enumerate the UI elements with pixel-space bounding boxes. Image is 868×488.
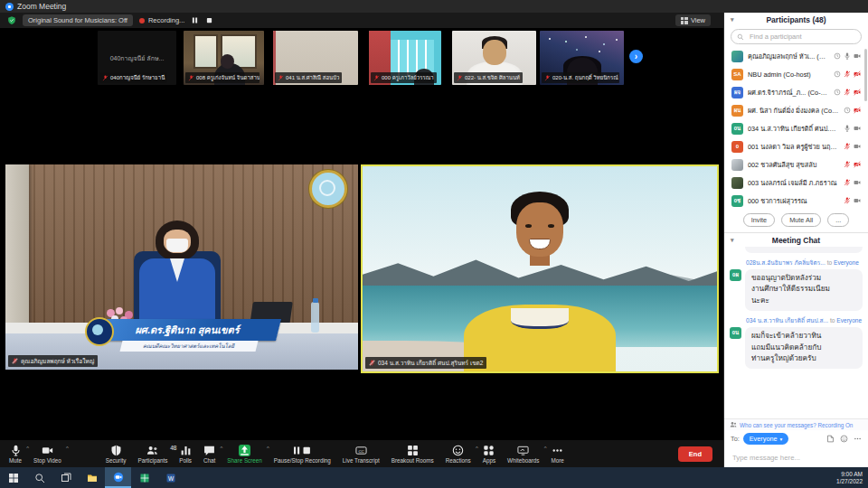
participant-name-label: คุณอภิญมลพฤกษ์ หัวเรือใหญ่ — [8, 355, 98, 367]
thumbnail-name-label: 020-น.ส. ฤนกฤดิ์ วิทยนิกรณ์ — [542, 72, 619, 83]
invite-button[interactable]: Invite — [743, 213, 775, 227]
sheets-app-icon[interactable] — [131, 467, 157, 488]
to-label: To: — [731, 435, 740, 443]
svg-text:W: W — [167, 474, 174, 481]
live-transcript-button[interactable]: CCLive Transcript — [343, 445, 380, 464]
whiteboards-button[interactable]: Whiteboards^ — [507, 445, 539, 464]
collapse-chevron-icon[interactable]: ▾ — [731, 237, 734, 244]
participant-row[interactable]: 002 ชวลศันลีสุข สุขสลับ — [724, 155, 868, 174]
participant-row[interactable]: 003 นงลภรณ์ เจมส์มี ภ.ภธราณ — [724, 174, 868, 192]
emoji-icon[interactable] — [840, 435, 848, 443]
search-icon[interactable] — [26, 467, 52, 488]
muted-mic-icon — [102, 75, 108, 81]
participant-row[interactable]: ผนผศ. นิสา กันต์มิ่ง มิ่งมงคล (Co-host) — [724, 101, 868, 119]
chat-audience-dropdown[interactable]: Everyone ▾ — [743, 433, 789, 445]
participants-more-button[interactable]: ... — [827, 213, 849, 227]
file-explorer-icon[interactable] — [79, 467, 105, 488]
polls-button[interactable]: Polls — [179, 445, 192, 464]
mic-icon — [10, 445, 22, 456]
task-view-icon[interactable] — [52, 467, 79, 488]
participant-name: 002 ชวลศันลีสุข สุขสลับ — [748, 160, 839, 170]
chevron-down-icon: ▾ — [780, 436, 783, 442]
chevron-up-icon[interactable]: ^ — [267, 446, 269, 451]
file-attach-icon[interactable] — [826, 435, 835, 443]
chevron-up-icon[interactable]: ^ — [66, 446, 69, 451]
breakout-icon — [407, 445, 419, 456]
taskbar-clock[interactable]: 9:00 AM 1/27/2022 — [836, 471, 868, 485]
reactions-button[interactable]: Reactions^ — [446, 445, 471, 464]
participant-search-input[interactable] — [748, 32, 855, 42]
chat-message: 028น.ส.อันธิมาพร ภัคลิ่มจิตร... to Every… — [730, 258, 863, 311]
scrollbar[interactable] — [864, 49, 867, 101]
recording-dot-icon — [139, 18, 145, 23]
chat-button[interactable]: Chat^ — [203, 445, 215, 464]
pause-stop-recording-button[interactable]: Pause/Stop Recording — [274, 445, 331, 464]
camera-off-icon — [854, 70, 861, 78]
video-thumbnail[interactable]: 022- น.ส.ชจิต ศิลานนท์ — [452, 31, 536, 85]
participant-name-label: 034 น.ส.วาทิน เกียรติถิ์ ศนป.สุรินทร์ เข… — [365, 357, 486, 369]
avatar: 0น — [730, 327, 741, 339]
zoom-app-icon[interactable] — [105, 467, 131, 488]
chat-bubble: ขออนุญาตปิดหลังร่วม งานศึกษาให้ดีธรรมเนี… — [745, 269, 863, 311]
avatar: 0ผ — [730, 269, 741, 281]
video-tile-left[interactable]: ผศ.ดร.ฐิตินาถ สุคนเขตร์ คณบดีคณะวิทยาศาส… — [5, 164, 358, 370]
avatar: SA — [731, 69, 743, 80]
mute-all-button[interactable]: Mute All — [781, 213, 821, 227]
muted-mic-icon — [188, 75, 194, 81]
participant-search[interactable] — [731, 29, 862, 44]
mic-muted-icon — [844, 179, 851, 186]
apps-button[interactable]: Apps — [483, 445, 495, 464]
speaker-name: ผศ.ดร.ฐิตินาถ สุคนเขตร์ — [95, 319, 281, 341]
muted-mic-icon — [457, 75, 463, 81]
breakout-rooms-button[interactable]: Breakout Rooms — [392, 445, 434, 464]
stop-recording-icon[interactable] — [205, 16, 213, 24]
video-thumbnail[interactable]: 008 ครูเก่งจันทน์ จินดาสาน — [184, 31, 264, 85]
share-screen-button[interactable]: Share Screen^ — [227, 445, 262, 464]
encryption-shield-icon[interactable] — [7, 15, 16, 25]
apps-icon — [483, 445, 495, 456]
collapse-chevron-icon[interactable]: ▾ — [731, 16, 734, 23]
security-button[interactable]: Security — [106, 445, 127, 464]
participant-row[interactable]: คุณอภิญมลพฤกษ์ หัวเ... (Host, me) — [724, 47, 868, 65]
rec-icon — [293, 445, 311, 456]
chevron-up-icon[interactable]: ^ — [173, 446, 175, 451]
more-icon — [552, 445, 563, 456]
stop-video-button[interactable]: Stop Video^ — [33, 445, 61, 464]
participant-row[interactable]: 0001 นงลดา วิมล ครูผู้ช่วย นฤสามัคคี — [724, 137, 868, 155]
chat-privacy-notice: Who can see your messages? Recording On — [724, 418, 868, 430]
more-button[interactable]: More — [551, 445, 563, 464]
participant-row[interactable]: ผจผศ.ดร.จิราภรณ์_ภ... (Co-host) — [724, 83, 868, 101]
next-page-arrow-button[interactable]: › — [629, 50, 643, 63]
chevron-up-icon[interactable]: ^ — [26, 446, 29, 451]
water-bottle — [311, 302, 319, 333]
chat-more-icon[interactable] — [854, 435, 862, 443]
chat-message-input[interactable] — [731, 453, 865, 463]
participant-row[interactable]: 0น034 น.ส.วาทิน เกียรติถิ์ ศนป.สุรินทร์.… — [724, 119, 868, 137]
thumbnail-name-label: 041 น.ส.ศาสิณี สอนบัว — [275, 72, 342, 83]
video-tile-right-active-speaker[interactable]: 034 น.ส.วาทิน เกียรติถิ์ ศนป.สุรินทร์ เข… — [361, 164, 719, 373]
pause-recording-icon[interactable] — [191, 16, 199, 24]
windows-taskbar: W 9:00 AM 1/27/2022 — [0, 467, 868, 488]
video-thumbnail[interactable]: 040กาญจนีย์ ลักษ...040กาญจนีย์ รักษาธานี — [98, 31, 176, 85]
video-thumbnail[interactable]: 020-น.ส. ฤนกฤดิ์ วิทยนิกรณ์ — [540, 31, 624, 85]
video-thumbnail[interactable]: 041 น.ส.ศาสิณี สอนบัว — [273, 31, 358, 85]
original-sound-toggle[interactable]: Original Sound for Musicians: Off — [23, 14, 133, 26]
participant-name: ผศ. นิสา กันต์มิ่ง มิ่งมงคล (Co-host) — [748, 106, 839, 116]
video-thumbnail[interactable]: 000 ครูเภาวัลย์วรรณา — [369, 31, 441, 85]
participants-button[interactable]: Participants48^ — [137, 445, 167, 464]
side-panel: ▾ Participants (48) คุณอภิญมลพฤกษ์ หัวเ.… — [723, 13, 868, 467]
mic-muted-icon — [844, 143, 851, 150]
chevron-up-icon[interactable]: ^ — [544, 446, 547, 451]
participant-row[interactable]: SANBU admin (Co-host) — [724, 65, 868, 83]
university-emblem — [309, 170, 347, 208]
mute-button[interactable]: Mute^ — [9, 445, 22, 464]
word-app-icon[interactable]: W — [157, 467, 184, 488]
recording-indicator: Recording... — [139, 16, 184, 24]
end-meeting-button[interactable]: End — [678, 446, 712, 462]
participant-row[interactable]: 0ช000 ชวการเผ่สุวรรณ — [724, 192, 868, 210]
chevron-up-icon[interactable]: ^ — [476, 446, 478, 451]
view-button[interactable]: View — [675, 14, 711, 26]
start-icon[interactable] — [0, 467, 26, 488]
chat-bubble: ผมก็จะเข้าคล้ายวาทิน แถมมีแนวคิดคล้ายกับ… — [745, 327, 863, 369]
chevron-up-icon[interactable]: ^ — [221, 446, 223, 451]
